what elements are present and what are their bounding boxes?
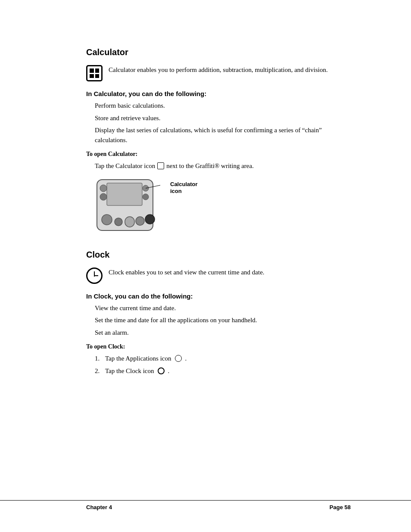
clock-step-2-text: Tap the Clock icon: [105, 366, 154, 376]
svg-point-7: [115, 218, 122, 226]
clock-intro-block: Clock enables you to set and view the cu…: [86, 268, 351, 284]
clock-can-do-2: Set the time and date for all the applic…: [95, 315, 351, 325]
clock-to-open-heading: To open Clock:: [86, 343, 351, 350]
calculator-diagram: Calculatoricon: [95, 179, 351, 237]
calculator-to-open-text2: next to the Graffiti® writing area.: [166, 161, 254, 171]
svg-point-5: [143, 194, 149, 200]
clock-section: Clock Clock enables you to set and view …: [86, 250, 351, 376]
footer-chapter: Chapter 4: [86, 504, 112, 510]
footer-page: Page 58: [330, 504, 351, 510]
calculator-intro-text: Calculator enables you to perform additi…: [109, 65, 328, 75]
callout-container: Calculatoricon: [170, 179, 198, 196]
clock-large-icon: [86, 268, 103, 284]
calculator-inline-icon: [157, 162, 164, 169]
calculator-intro-block: Calculator enables you to perform additi…: [86, 65, 351, 81]
clock-step-2-suffix: .: [168, 366, 170, 376]
calculator-can-do-2: Store and retrieve values.: [95, 113, 351, 123]
clock-can-do-3: Set an alarm.: [95, 328, 351, 338]
clock-step-1-text: Tap the Applications icon: [105, 354, 171, 364]
step-2-num: 2.: [95, 366, 102, 376]
device-illustration: [95, 179, 162, 237]
svg-point-3: [100, 193, 107, 200]
svg-point-2: [100, 185, 107, 192]
calculator-can-do-3: Display the last series of calculations,…: [95, 125, 351, 145]
svg-point-10: [145, 215, 155, 224]
calculator-can-do-1: Perform basic calculations.: [95, 101, 351, 111]
svg-point-6: [102, 215, 112, 225]
calculator-to-open-heading: To open Calculator:: [86, 151, 351, 158]
clock-inline-icon: [158, 367, 165, 374]
svg-point-9: [136, 217, 144, 225]
calculator-to-open-text: Tap the Calculator icon: [95, 161, 155, 171]
calculator-to-open-line: Tap the Calculator icon next to the Graf…: [95, 161, 351, 171]
clock-step-1: 1. Tap the Applications icon .: [95, 354, 351, 364]
svg-rect-1: [107, 183, 142, 205]
calculator-section: Calculator Calculator enables you to per…: [86, 47, 351, 237]
callout-label: Calculatoricon: [170, 179, 198, 196]
clock-step-2: 2. Tap the Clock icon .: [95, 366, 351, 376]
calculator-can-do-heading: In Calculator, you can do the following:: [86, 90, 351, 97]
clock-step-1-suffix: .: [185, 354, 187, 364]
page: Calculator Calculator enables you to per…: [0, 0, 411, 532]
calculator-title: Calculator: [86, 47, 351, 57]
applications-inline-icon: [175, 355, 182, 362]
clock-title: Clock: [86, 250, 351, 260]
clock-intro-text: Clock enables you to set and view the cu…: [109, 268, 265, 277]
calculator-large-icon: [86, 65, 103, 81]
step-1-num: 1.: [95, 354, 102, 364]
clock-can-do-heading: In Clock, you can do the following:: [86, 292, 351, 300]
footer: Chapter 4 Page 58: [0, 500, 411, 510]
svg-rect-8: [125, 217, 134, 227]
clock-can-do-1: View the current time and date.: [95, 303, 351, 313]
